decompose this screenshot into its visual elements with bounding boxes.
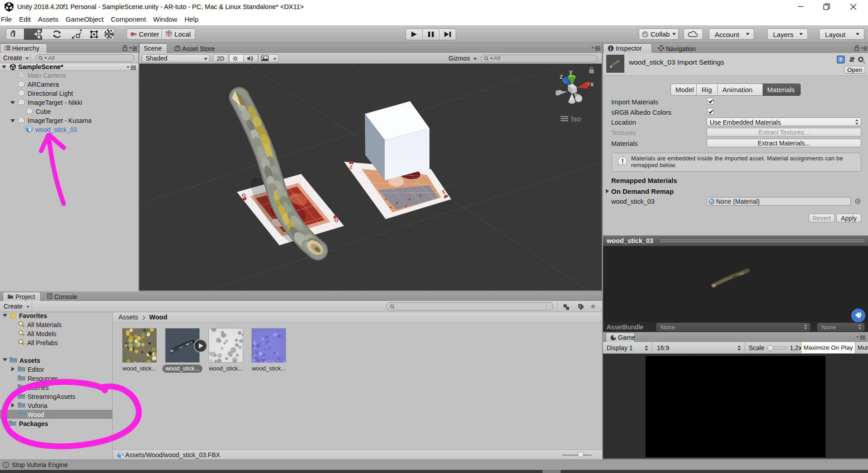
svg-text:z: z: [560, 73, 563, 80]
svg-text:y: y: [569, 68, 572, 75]
svg-text:2: 2: [349, 164, 353, 170]
svg-text:?: ?: [839, 57, 842, 62]
svg-text:Iso: Iso: [571, 115, 581, 123]
svg-text:x: x: [590, 80, 594, 88]
